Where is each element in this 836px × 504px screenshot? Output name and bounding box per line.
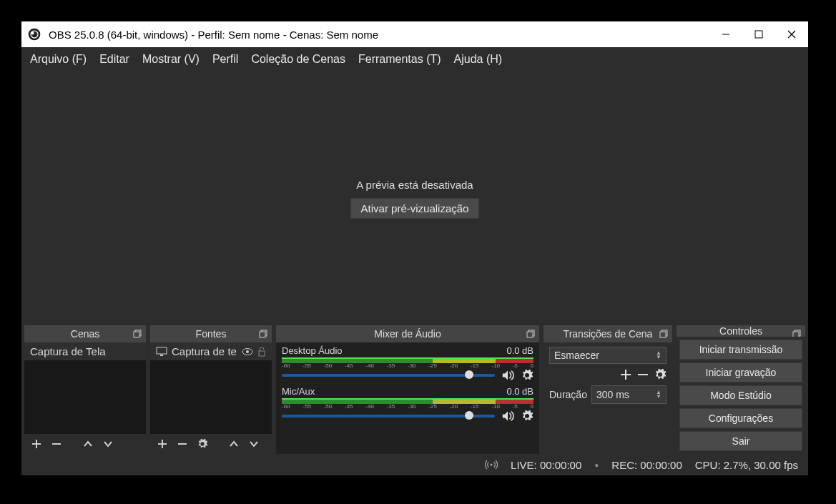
- start-stream-button[interactable]: Iniciar transmissão: [679, 340, 802, 360]
- mixer-title: Mixer de Áudio: [374, 328, 441, 340]
- docks-row: Cenas Captura de Tela Fontes: [21, 325, 808, 454]
- move-down-icon[interactable]: [102, 438, 114, 450]
- mixer-body: Desktop Áudio 0.0 dB -60-55-50-45-40-35-…: [276, 342, 539, 454]
- duration-value: 300 ms: [596, 389, 629, 400]
- menu-ajuda[interactable]: Ajuda (H): [454, 53, 503, 66]
- popout-icon[interactable]: [525, 328, 536, 340]
- minimize-button[interactable]: [709, 21, 742, 47]
- controls-header: Controles: [677, 325, 805, 337]
- menu-mostrar[interactable]: Mostrar (V): [142, 53, 200, 66]
- remove-icon[interactable]: [50, 438, 63, 450]
- scene-item-label: Captura de Tela: [30, 345, 106, 357]
- svg-point-2: [31, 31, 34, 34]
- add-icon[interactable]: [156, 438, 169, 450]
- track-name: Mic/Aux: [282, 386, 315, 397]
- popout-icon[interactable]: [257, 328, 269, 340]
- source-item[interactable]: Captura de te: [150, 342, 272, 360]
- obs-window: OBS 25.0.8 (64-bit, windows) - Perfil: S…: [21, 21, 808, 475]
- remove-icon[interactable]: [636, 368, 649, 381]
- gear-icon[interactable]: [654, 368, 667, 381]
- lock-icon[interactable]: [257, 347, 266, 357]
- gear-icon[interactable]: [196, 438, 209, 450]
- status-rec: REC: 00:00:00: [611, 459, 682, 471]
- add-icon[interactable]: [30, 438, 43, 450]
- move-down-icon[interactable]: [247, 438, 260, 450]
- popout-icon[interactable]: [132, 328, 143, 340]
- scenes-list: Captura de Tela: [24, 342, 146, 434]
- transitions-header: Transições de Cena: [544, 325, 672, 342]
- move-up-icon[interactable]: [227, 438, 240, 450]
- status-cpu: CPU: 2.7%, 30.00 fps: [695, 459, 798, 471]
- select-spinner-icon: ▲▼: [656, 351, 662, 360]
- preview-disabled-text: A prévia está desativada: [356, 179, 473, 191]
- titlebar: OBS 25.0.8 (64-bit, windows) - Perfil: S…: [21, 21, 808, 47]
- scenes-title: Cenas: [71, 328, 99, 340]
- speaker-icon[interactable]: [501, 370, 515, 381]
- scenes-header: Cenas: [24, 325, 146, 342]
- transitions-body: Esmaecer ▲▼ Duração 300 ms ▲▼: [544, 342, 672, 454]
- move-up-icon[interactable]: [82, 438, 94, 450]
- menu-arquivo[interactable]: Arquivo (F): [30, 53, 87, 66]
- duration-input[interactable]: 300 ms ▲▼: [591, 385, 667, 404]
- transitions-dock: Transições de Cena Esmaecer ▲▼ Duração 3…: [544, 325, 672, 454]
- maximize-button[interactable]: [742, 21, 775, 47]
- scene-item[interactable]: Captura de Tela: [24, 342, 146, 360]
- menubar: Arquivo (F) Editar Mostrar (V) Perfil Co…: [21, 47, 808, 71]
- preview-area: A prévia está desativada Ativar pré-vizu…: [21, 71, 808, 325]
- scenes-toolbar: [24, 434, 146, 454]
- sources-list: Captura de te: [150, 342, 272, 434]
- status-live: LIVE: 00:00:00: [511, 459, 581, 471]
- gear-icon[interactable]: [521, 369, 533, 382]
- svg-point-17: [246, 350, 249, 353]
- popout-icon[interactable]: [658, 328, 669, 340]
- scenes-dock: Cenas Captura de Tela: [24, 325, 146, 454]
- level-meter: -60-55-50-45-40-35-30-25-20-15-10-50: [282, 357, 533, 367]
- close-button[interactable]: [775, 21, 808, 47]
- status-bar: LIVE: 00:00:00 ● REC: 00:00:00 CPU: 2.7%…: [21, 454, 808, 475]
- broadcast-icon: [485, 460, 498, 470]
- transition-selected: Esmaecer: [554, 350, 599, 361]
- stepper-icon[interactable]: ▲▼: [656, 390, 662, 399]
- level-meter: -60-55-50-45-40-35-30-25-20-15-10-50: [282, 398, 533, 408]
- sources-toolbar: [150, 434, 272, 454]
- track-level: 0.0 dB: [506, 386, 533, 397]
- svg-rect-13: [260, 332, 265, 337]
- controls-dock: Controles Iniciar transmissão Iniciar gr…: [677, 325, 805, 454]
- window-title: OBS 25.0.8 (64-bit, windows) - Perfil: S…: [49, 29, 709, 41]
- mixer-header: Mixer de Áudio: [276, 325, 539, 342]
- mixer-track: Mic/Aux 0.0 dB -60-55-50-45-40-35-30-25-…: [276, 383, 539, 424]
- sources-dock: Fontes Captura de te: [150, 325, 272, 454]
- svg-rect-18: [259, 351, 265, 356]
- start-record-button[interactable]: Iniciar gravação: [679, 362, 802, 382]
- track-level: 0.0 dB: [506, 345, 533, 356]
- studio-mode-button[interactable]: Modo Estúdio: [679, 385, 802, 405]
- mixer-track: Desktop Áudio 0.0 dB -60-55-50-45-40-35-…: [276, 342, 539, 383]
- eye-icon[interactable]: [242, 347, 253, 356]
- menu-editar[interactable]: Editar: [99, 53, 129, 66]
- settings-button[interactable]: Configurações: [679, 408, 802, 428]
- enable-preview-button[interactable]: Ativar pré-vizualização: [350, 198, 480, 219]
- svg-rect-25: [660, 332, 666, 337]
- menu-colecao[interactable]: Coleção de Cenas: [251, 53, 345, 66]
- svg-rect-23: [527, 332, 533, 337]
- volume-slider[interactable]: [282, 374, 495, 377]
- volume-slider[interactable]: [282, 415, 495, 417]
- transition-select[interactable]: Esmaecer ▲▼: [549, 347, 667, 364]
- exit-button[interactable]: Sair: [679, 431, 802, 451]
- remove-icon[interactable]: [176, 438, 189, 450]
- sources-title: Fontes: [196, 328, 227, 340]
- svg-rect-8: [134, 332, 139, 337]
- track-name: Desktop Áudio: [282, 345, 343, 356]
- svg-point-31: [491, 464, 493, 466]
- sources-header: Fontes: [150, 325, 272, 342]
- add-icon[interactable]: [619, 368, 632, 381]
- controls-body: Iniciar transmissão Iniciar gravação Mod…: [677, 337, 805, 454]
- gear-icon[interactable]: [521, 410, 533, 423]
- svg-rect-14: [157, 347, 167, 354]
- duration-label: Duração: [549, 389, 587, 400]
- menu-perfil[interactable]: Perfil: [212, 53, 238, 66]
- speaker-icon[interactable]: [501, 410, 515, 422]
- menu-ferramentas[interactable]: Ferramentas (T): [358, 53, 441, 66]
- mixer-dock: Mixer de Áudio Desktop Áudio 0.0 dB -60-…: [276, 325, 539, 454]
- monitor-icon: [156, 347, 167, 357]
